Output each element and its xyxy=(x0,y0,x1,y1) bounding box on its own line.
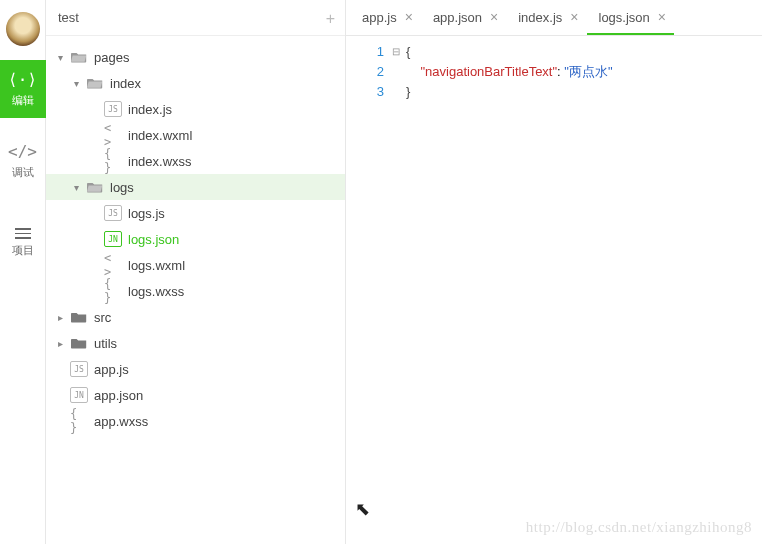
editor-area: app.js×app.json×index.js×logs.json× 1 2 … xyxy=(346,0,762,544)
tree-node-label: logs.json xyxy=(128,232,179,247)
tree-node-label: logs.wxss xyxy=(128,284,184,299)
js-file-icon: JS xyxy=(104,101,122,117)
tree-node-app-json[interactable]: ▸JNapp.json xyxy=(46,382,345,408)
explorer-header: test + xyxy=(46,0,345,36)
rail-project-button[interactable]: 项目 xyxy=(0,218,46,268)
chevron-down-icon[interactable]: ▾ xyxy=(74,182,86,193)
file-tree: ▾pages▾index▸JSindex.js▸< >index.wxml▸{ … xyxy=(46,36,345,544)
editor-tabs: app.js×app.json×index.js×logs.json× xyxy=(346,0,762,36)
rail-edit-label: 编辑 xyxy=(12,93,34,108)
tree-node-label: index.wxss xyxy=(128,154,192,169)
tree-node-logs-wxss[interactable]: ▸{ }logs.wxss xyxy=(46,278,345,304)
file-explorer: test + ▾pages▾index▸JSindex.js▸< >index.… xyxy=(46,0,346,544)
folder-icon xyxy=(86,75,104,91)
folder-icon xyxy=(70,335,88,351)
rail-debug-button[interactable]: </> 调试 xyxy=(0,132,46,190)
editor-tab-tab-logs-json[interactable]: logs.json× xyxy=(587,1,675,35)
tree-node-index-js[interactable]: ▸JSindex.js xyxy=(46,96,345,122)
chevron-down-icon[interactable]: ▾ xyxy=(58,52,70,63)
code-line: { xyxy=(406,42,762,62)
close-icon[interactable]: × xyxy=(658,9,666,25)
editor-tab-tab-app-js[interactable]: app.js× xyxy=(350,1,421,35)
tree-node-label: logs xyxy=(110,180,134,195)
fold-toggle[interactable]: ⊟ xyxy=(392,42,406,62)
tree-node-label: app.js xyxy=(94,362,129,377)
tab-label: index.js xyxy=(518,10,562,25)
wxml-file-icon: < > xyxy=(104,257,122,273)
json-file-icon: JN xyxy=(104,231,122,247)
folder-icon xyxy=(70,49,88,65)
json-file-icon: JN xyxy=(70,387,88,403)
tree-node-label: pages xyxy=(94,50,129,65)
rail-project-label: 项目 xyxy=(12,243,34,258)
activity-bar: ⟨·⟩ 编辑 </> 调试 项目 xyxy=(0,0,46,544)
chevron-right-icon[interactable]: ▸ xyxy=(58,312,70,323)
close-icon[interactable]: × xyxy=(490,9,498,25)
tree-node-utils[interactable]: ▸utils xyxy=(46,330,345,356)
code-line: "navigationBarTitleText": "两点水" xyxy=(406,62,762,82)
folder-icon xyxy=(86,179,104,195)
line-number: 3 xyxy=(346,82,384,102)
close-icon[interactable]: × xyxy=(570,9,578,25)
tree-node-logs[interactable]: ▾logs xyxy=(46,174,345,200)
wxml-file-icon: < > xyxy=(104,127,122,143)
code-editor[interactable]: 1 2 3 ⊟ { "navigationBarTitleText": "两点水… xyxy=(346,36,762,544)
tree-node-label: index xyxy=(110,76,141,91)
tree-node-index-wxml[interactable]: ▸< >index.wxml xyxy=(46,122,345,148)
tree-node-label: index.wxml xyxy=(128,128,192,143)
line-number: 1 xyxy=(346,42,384,62)
js-file-icon: JS xyxy=(104,205,122,221)
tree-node-label: logs.js xyxy=(128,206,165,221)
wxss-file-icon: { } xyxy=(104,153,122,169)
line-gutter: 1 2 3 xyxy=(346,42,392,544)
tree-node-label: utils xyxy=(94,336,117,351)
tab-label: logs.json xyxy=(599,10,650,25)
avatar[interactable] xyxy=(6,12,40,46)
menu-icon xyxy=(15,228,31,239)
close-icon[interactable]: × xyxy=(405,9,413,25)
rail-debug-label: 调试 xyxy=(12,165,34,180)
line-number: 2 xyxy=(346,62,384,82)
wxss-file-icon: { } xyxy=(70,413,88,429)
tree-node-logs-json[interactable]: ▸JNlogs.json xyxy=(46,226,345,252)
chevron-right-icon[interactable]: ▸ xyxy=(58,338,70,349)
folder-icon xyxy=(70,309,88,325)
tree-node-label: index.js xyxy=(128,102,172,117)
tree-node-label: app.wxss xyxy=(94,414,148,429)
tree-node-logs-wxml[interactable]: ▸< >logs.wxml xyxy=(46,252,345,278)
tree-node-logs-js[interactable]: ▸JSlogs.js xyxy=(46,200,345,226)
add-file-button[interactable]: + xyxy=(326,10,335,28)
js-file-icon: JS xyxy=(70,361,88,377)
debug-icon: </> xyxy=(8,142,37,161)
code-lines: { "navigationBarTitleText": "两点水" } xyxy=(406,42,762,544)
code-icon: ⟨·⟩ xyxy=(8,70,37,89)
tab-label: app.js xyxy=(362,10,397,25)
project-name: test xyxy=(58,10,79,25)
tree-node-app-wxss[interactable]: ▸{ }app.wxss xyxy=(46,408,345,434)
tree-node-label: src xyxy=(94,310,111,325)
editor-tab-tab-index-js[interactable]: index.js× xyxy=(506,1,586,35)
tree-node-src[interactable]: ▸src xyxy=(46,304,345,330)
tree-node-pages[interactable]: ▾pages xyxy=(46,44,345,70)
fold-gutter: ⊟ xyxy=(392,42,406,544)
code-line: } xyxy=(406,82,762,102)
tree-node-index[interactable]: ▾index xyxy=(46,70,345,96)
tree-node-label: logs.wxml xyxy=(128,258,185,273)
tree-node-label: app.json xyxy=(94,388,143,403)
tree-node-index-wxss[interactable]: ▸{ }index.wxss xyxy=(46,148,345,174)
editor-tab-tab-app-json[interactable]: app.json× xyxy=(421,1,506,35)
watermark: http://blog.csdn.net/xiangzhihong8 xyxy=(526,519,752,536)
tree-node-app-js[interactable]: ▸JSapp.js xyxy=(46,356,345,382)
tab-label: app.json xyxy=(433,10,482,25)
wxss-file-icon: { } xyxy=(104,283,122,299)
chevron-down-icon[interactable]: ▾ xyxy=(74,78,86,89)
rail-edit-button[interactable]: ⟨·⟩ 编辑 xyxy=(0,60,46,118)
